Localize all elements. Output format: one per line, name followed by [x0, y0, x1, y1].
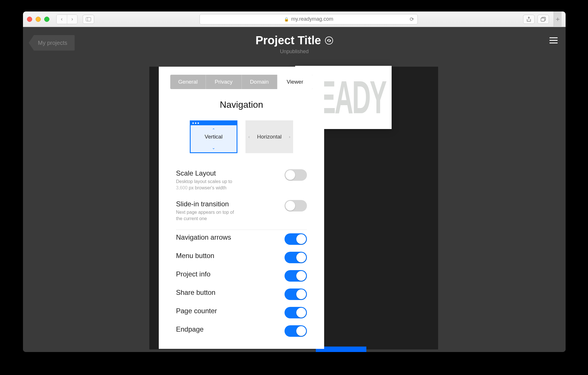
navigation-arrows-toggle[interactable]	[285, 233, 307, 245]
option-slide-in: Slide-in transition Next page appears on…	[176, 195, 307, 230]
sidebar-icon	[86, 17, 91, 21]
chevron-right-icon: ›	[289, 134, 290, 139]
option-page-counter: Page counter	[176, 303, 307, 322]
window-controls	[27, 17, 53, 22]
app-viewport: My projects Project Title Unpublished RE…	[23, 27, 566, 352]
share-icon	[527, 17, 531, 22]
tabs-icon	[541, 17, 546, 22]
slide-in-toggle[interactable]	[285, 200, 307, 211]
nav-mode-horizontal-label: Horizontal	[257, 134, 282, 140]
simple-options: Navigation arrows Menu button Project in…	[176, 230, 307, 340]
window-close-button[interactable]	[27, 17, 32, 22]
section-title-navigation: Navigation	[159, 99, 324, 110]
nav-mode-vertical[interactable]: ⌃ Vertical ⌄	[190, 120, 237, 153]
svg-rect-3	[541, 18, 545, 21]
tabs-button[interactable]	[537, 15, 549, 24]
project-settings-button[interactable]	[325, 36, 333, 45]
editor-canvas[interactable]: READY General Privacy Domain Viewer Navi…	[149, 67, 438, 349]
chevron-left-icon: ‹	[248, 134, 250, 139]
scale-layout-desc: Desktop layout scales up to 3,600 px bro…	[176, 178, 239, 191]
lock-icon: 🔒	[284, 17, 289, 22]
nav-mode-selector: ⌃ Vertical ⌄ ‹ Horizontal ›	[159, 120, 324, 153]
hamburger-icon	[550, 37, 558, 38]
slide-in-desc: Next page appears on top of the current …	[176, 209, 239, 222]
app-topbar: Project Title Unpublished	[23, 34, 566, 55]
option-menu-button: Menu button	[176, 248, 307, 267]
settings-panel: General Privacy Domain Viewer Navigation…	[159, 67, 324, 349]
gear-icon	[327, 38, 331, 43]
window-zoom-button[interactable]	[44, 17, 49, 22]
nav-button-group: ‹ ›	[56, 14, 78, 24]
option-project-info: Project info	[176, 267, 307, 285]
share-button-toggle[interactable]	[285, 289, 307, 300]
new-tab-button[interactable]: +	[554, 11, 562, 27]
address-text: my.readymag.com	[291, 16, 333, 22]
svg-rect-0	[86, 17, 91, 21]
project-title[interactable]: Project Title	[256, 34, 321, 47]
option-scale-layout: Scale Layout Desktop layout scales up to…	[176, 165, 307, 195]
menu-button[interactable]	[550, 37, 558, 43]
page-counter-toggle[interactable]	[285, 307, 307, 318]
endpage-toggle[interactable]	[285, 325, 307, 337]
browser-forward-button[interactable]: ›	[67, 15, 77, 24]
menu-button-toggle[interactable]	[285, 252, 307, 263]
address-bar[interactable]: 🔒 my.readymag.com ⟳	[200, 14, 418, 24]
browser-right-controls	[523, 15, 549, 24]
browser-toolbar: ‹ › 🔒 my.readymag.com ⟳ +	[23, 11, 566, 27]
tab-privacy[interactable]: Privacy	[206, 75, 241, 89]
option-navigation-arrows: Navigation arrows	[176, 230, 307, 248]
chevron-down-icon: ⌄	[212, 145, 215, 150]
tab-domain[interactable]: Domain	[242, 75, 277, 89]
share-button[interactable]	[523, 15, 535, 24]
tab-viewer[interactable]: Viewer	[277, 75, 313, 89]
option-share-button: Share button	[176, 285, 307, 303]
project-info-toggle[interactable]	[285, 270, 307, 282]
project-status: Unpublished	[23, 49, 566, 55]
scale-layout-toggle[interactable]	[285, 169, 307, 181]
window-dots-icon	[191, 121, 237, 125]
reload-icon[interactable]: ⟳	[410, 16, 414, 22]
tab-general[interactable]: General	[170, 75, 206, 89]
slide-in-label: Slide-in transition	[176, 200, 239, 208]
browser-back-button[interactable]: ‹	[57, 15, 67, 24]
browser-window: ‹ › 🔒 my.readymag.com ⟳ + My projects	[23, 11, 566, 352]
settings-tabs: General Privacy Domain Viewer	[170, 75, 313, 89]
sidebar-toggle-button[interactable]	[83, 15, 94, 24]
chevron-up-icon: ⌃	[212, 128, 215, 132]
nav-mode-vertical-label: Vertical	[205, 134, 223, 140]
window-minimize-button[interactable]	[36, 17, 41, 22]
nav-mode-horizontal[interactable]: ‹ Horizontal ›	[245, 120, 293, 153]
scale-layout-label: Scale Layout	[176, 169, 239, 177]
option-endpage: Endpage	[176, 322, 307, 340]
